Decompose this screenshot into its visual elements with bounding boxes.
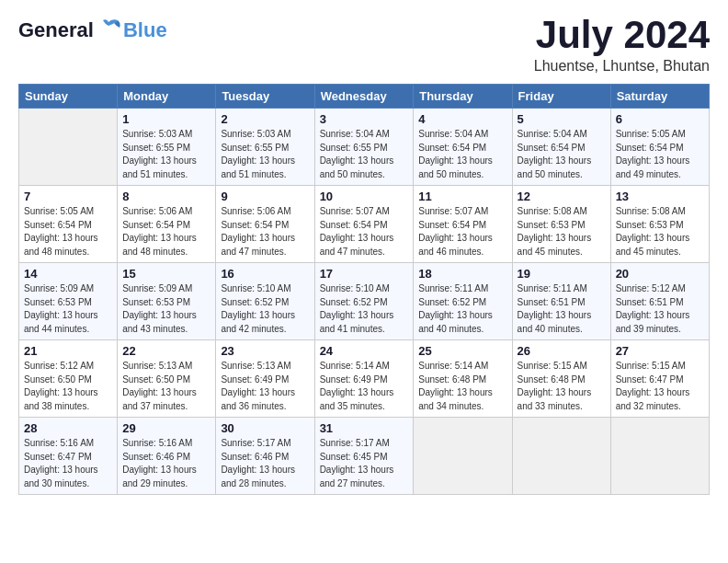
day-info: Sunrise: 5:08 AM Sunset: 6:53 PM Dayligh… [616, 205, 704, 259]
day-number: 27 [616, 344, 704, 358]
day-info: Sunrise: 5:04 AM Sunset: 6:54 PM Dayligh… [418, 128, 506, 181]
day-info: Sunrise: 5:11 AM Sunset: 6:51 PM Dayligh… [518, 282, 606, 336]
day-number: 31 [320, 421, 409, 435]
day-info: Sunrise: 5:04 AM Sunset: 6:54 PM Dayligh… [518, 128, 606, 181]
day-number: 16 [221, 267, 309, 281]
header-tuesday: Tuesday [216, 85, 314, 109]
page-container: General Blue July 2024 Lhuentse, Lhuntse… [0, 0, 728, 504]
table-row: 1Sunrise: 5:03 AM Sunset: 6:55 PM Daylig… [118, 109, 216, 186]
day-number: 2 [221, 112, 309, 126]
day-info: Sunrise: 5:13 AM Sunset: 6:49 PM Dayligh… [221, 360, 309, 413]
day-info: Sunrise: 5:06 AM Sunset: 6:54 PM Dayligh… [122, 205, 210, 259]
day-info: Sunrise: 5:14 AM Sunset: 6:48 PM Dayligh… [418, 360, 506, 413]
location-text: Lhuentse, Lhuntse, Bhutan [534, 58, 710, 75]
day-number: 18 [418, 267, 506, 281]
day-info: Sunrise: 5:15 AM Sunset: 6:48 PM Dayligh… [518, 360, 606, 413]
logo-general: General [18, 18, 94, 41]
day-number: 9 [221, 190, 309, 203]
day-info: Sunrise: 5:12 AM Sunset: 6:50 PM Dayligh… [24, 360, 112, 413]
calendar-week-row: 28Sunrise: 5:16 AM Sunset: 6:47 PM Dayli… [19, 418, 710, 495]
day-info: Sunrise: 5:17 AM Sunset: 6:46 PM Dayligh… [221, 437, 309, 490]
table-row: 10Sunrise: 5:07 AM Sunset: 6:54 PM Dayli… [314, 186, 414, 263]
calendar-week-row: 14Sunrise: 5:09 AM Sunset: 6:53 PM Dayli… [19, 263, 710, 340]
day-info: Sunrise: 5:14 AM Sunset: 6:49 PM Dayligh… [320, 360, 409, 413]
day-info: Sunrise: 5:08 AM Sunset: 6:53 PM Dayligh… [518, 205, 606, 259]
table-row: 27Sunrise: 5:15 AM Sunset: 6:47 PM Dayli… [610, 340, 709, 418]
table-row: 9Sunrise: 5:06 AM Sunset: 6:54 PM Daylig… [216, 186, 314, 263]
table-row: 5Sunrise: 5:04 AM Sunset: 6:54 PM Daylig… [512, 109, 610, 186]
title-section: July 2024 Lhuentse, Lhuntse, Bhutan [534, 14, 710, 75]
calendar-week-row: 1Sunrise: 5:03 AM Sunset: 6:55 PM Daylig… [19, 109, 710, 186]
day-number: 13 [616, 190, 704, 203]
table-row: 7Sunrise: 5:05 AM Sunset: 6:54 PM Daylig… [19, 186, 118, 263]
table-row: 25Sunrise: 5:14 AM Sunset: 6:48 PM Dayli… [414, 340, 512, 418]
day-number: 12 [518, 190, 606, 203]
table-row [414, 418, 512, 495]
table-row: 24Sunrise: 5:14 AM Sunset: 6:49 PM Dayli… [314, 340, 414, 418]
calendar-table: Sunday Monday Tuesday Wednesday Thursday… [18, 84, 710, 495]
header-wednesday: Wednesday [314, 85, 414, 109]
header-monday: Monday [118, 85, 216, 109]
day-info: Sunrise: 5:09 AM Sunset: 6:53 PM Dayligh… [122, 282, 210, 336]
table-row: 15Sunrise: 5:09 AM Sunset: 6:53 PM Dayli… [118, 263, 216, 340]
table-row: 28Sunrise: 5:16 AM Sunset: 6:47 PM Dayli… [19, 418, 118, 495]
day-info: Sunrise: 5:05 AM Sunset: 6:54 PM Dayligh… [616, 128, 704, 181]
calendar-week-row: 21Sunrise: 5:12 AM Sunset: 6:50 PM Dayli… [19, 340, 710, 418]
table-row: 20Sunrise: 5:12 AM Sunset: 6:51 PM Dayli… [610, 263, 709, 340]
day-number: 1 [122, 112, 210, 126]
table-row: 3Sunrise: 5:04 AM Sunset: 6:55 PM Daylig… [314, 109, 414, 186]
day-info: Sunrise: 5:15 AM Sunset: 6:47 PM Dayligh… [616, 360, 704, 413]
day-info: Sunrise: 5:17 AM Sunset: 6:45 PM Dayligh… [320, 437, 409, 490]
day-number: 30 [221, 421, 309, 435]
day-info: Sunrise: 5:13 AM Sunset: 6:50 PM Dayligh… [122, 360, 210, 413]
day-info: Sunrise: 5:10 AM Sunset: 6:52 PM Dayligh… [320, 282, 409, 336]
table-row: 13Sunrise: 5:08 AM Sunset: 6:53 PM Dayli… [610, 186, 709, 263]
table-row: 12Sunrise: 5:08 AM Sunset: 6:53 PM Dayli… [512, 186, 610, 263]
logo: General Blue [18, 18, 167, 42]
day-number: 19 [518, 267, 606, 281]
day-number: 3 [320, 112, 409, 126]
table-row: 14Sunrise: 5:09 AM Sunset: 6:53 PM Dayli… [19, 263, 118, 340]
table-row: 18Sunrise: 5:11 AM Sunset: 6:52 PM Dayli… [414, 263, 512, 340]
table-row: 16Sunrise: 5:10 AM Sunset: 6:52 PM Dayli… [216, 263, 314, 340]
day-info: Sunrise: 5:07 AM Sunset: 6:54 PM Dayligh… [418, 205, 506, 259]
table-row: 6Sunrise: 5:05 AM Sunset: 6:54 PM Daylig… [610, 109, 709, 186]
table-row: 23Sunrise: 5:13 AM Sunset: 6:49 PM Dayli… [216, 340, 314, 418]
day-number: 4 [418, 112, 506, 126]
day-number: 11 [418, 190, 506, 203]
day-number: 20 [616, 267, 704, 281]
table-row [512, 418, 610, 495]
day-number: 10 [320, 190, 409, 203]
table-row: 19Sunrise: 5:11 AM Sunset: 6:51 PM Dayli… [512, 263, 610, 340]
day-number: 22 [122, 344, 210, 358]
day-info: Sunrise: 5:12 AM Sunset: 6:51 PM Dayligh… [616, 282, 704, 336]
header-thursday: Thursday [414, 85, 512, 109]
day-number: 8 [122, 190, 210, 203]
day-number: 15 [122, 267, 210, 281]
day-number: 28 [24, 421, 112, 435]
day-info: Sunrise: 5:11 AM Sunset: 6:52 PM Dayligh… [418, 282, 506, 336]
day-number: 21 [24, 344, 112, 358]
table-row [19, 109, 118, 186]
table-row: 29Sunrise: 5:16 AM Sunset: 6:46 PM Dayli… [118, 418, 216, 495]
table-row: 11Sunrise: 5:07 AM Sunset: 6:54 PM Dayli… [414, 186, 512, 263]
table-row: 4Sunrise: 5:04 AM Sunset: 6:54 PM Daylig… [414, 109, 512, 186]
day-info: Sunrise: 5:05 AM Sunset: 6:54 PM Dayligh… [24, 205, 112, 259]
table-row [610, 418, 709, 495]
day-info: Sunrise: 5:03 AM Sunset: 6:55 PM Dayligh… [122, 128, 210, 181]
day-number: 14 [24, 267, 112, 281]
header-saturday: Saturday [610, 85, 709, 109]
logo-text: General Blue [18, 18, 167, 42]
day-info: Sunrise: 5:03 AM Sunset: 6:55 PM Dayligh… [221, 128, 309, 181]
day-info: Sunrise: 5:06 AM Sunset: 6:54 PM Dayligh… [221, 205, 309, 259]
day-info: Sunrise: 5:09 AM Sunset: 6:53 PM Dayligh… [24, 282, 112, 336]
day-number: 17 [320, 267, 409, 281]
calendar-week-row: 7Sunrise: 5:05 AM Sunset: 6:54 PM Daylig… [19, 186, 710, 263]
table-row: 21Sunrise: 5:12 AM Sunset: 6:50 PM Dayli… [19, 340, 118, 418]
day-number: 26 [518, 344, 606, 358]
weekday-header-row: Sunday Monday Tuesday Wednesday Thursday… [19, 85, 710, 109]
day-number: 24 [320, 344, 409, 358]
day-info: Sunrise: 5:10 AM Sunset: 6:52 PM Dayligh… [221, 282, 309, 336]
table-row: 31Sunrise: 5:17 AM Sunset: 6:45 PM Dayli… [314, 418, 414, 495]
header-sunday: Sunday [19, 85, 118, 109]
